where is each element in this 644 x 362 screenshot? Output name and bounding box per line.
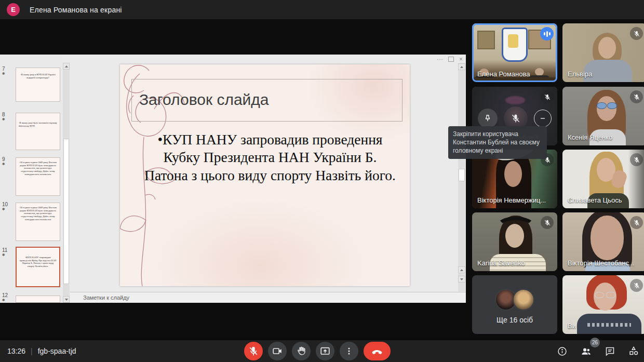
face — [598, 37, 616, 59]
thumbnail-scroll-thumb[interactable] — [63, 139, 69, 284]
activities-button[interactable] — [627, 345, 640, 357]
mic-toggle-button[interactable] — [244, 342, 263, 360]
thumb-number: 12 ✱ — [2, 292, 14, 302]
more-participants-label: Ще 16 осіб — [472, 316, 557, 324]
emblem — [502, 28, 528, 62]
animation-star-icon: ✱ — [2, 117, 14, 122]
previous-slide-icon[interactable] — [458, 266, 465, 273]
glasses — [606, 292, 615, 298]
slide-scroll-thumb[interactable] — [459, 169, 465, 181]
animation-star-icon: ✱ — [2, 298, 14, 302]
participant-tile-karina-savenko[interactable]: Karina Savenko — [472, 212, 557, 271]
face — [505, 224, 524, 248]
animation-star-icon: ✱ — [2, 207, 14, 211]
thumb-number: 9 ✱ — [2, 156, 14, 166]
participant-tile-viktoria-shestobans[interactable]: Вікторія Шестобанс... — [562, 212, 644, 271]
slide-thumbnail-panel: 7 ✱ -В якому році в КУП НАН Україні відк… — [0, 55, 62, 303]
meeting-details-button[interactable] — [556, 345, 568, 357]
audio-activity-icon — [540, 27, 554, 41]
slide-thumbnail-8[interactable]: -В якому році було засновано наукову біб… — [16, 113, 60, 150]
participant-tile-yelyzaveta-tsos[interactable]: Єлизавета Цьось — [562, 150, 644, 208]
slide-scroll-up-icon[interactable] — [458, 63, 465, 70]
more-options-button[interactable] — [340, 342, 358, 360]
mic-off-icon — [541, 216, 554, 229]
participant-name: Karina Savenko — [477, 259, 525, 267]
presenting-banner-text: Елена Романова на екрані — [30, 6, 122, 14]
window-restore-icon[interactable] — [448, 57, 454, 62]
participant-name: Ельвіра — [568, 70, 592, 78]
mic-off-icon — [630, 216, 643, 229]
presenter-avatar: E — [7, 3, 20, 16]
meet-app-window: E Елена Романова на екрані ··· × 7 ✱ -В … — [0, 0, 644, 362]
slide-thumbnail-7[interactable]: -В якому році в КУП НАН Україні відкрито… — [16, 68, 60, 102]
glasses — [597, 102, 607, 109]
person — [535, 68, 544, 76]
participant-tile-elena-romanova[interactable]: Елена Романова — [472, 23, 557, 82]
thumb-number: 7 ✱ — [2, 66, 14, 76]
remove-participant-button[interactable] — [534, 110, 552, 127]
slide-thumbnail-12[interactable] — [16, 296, 60, 303]
participant-name: Ви — [568, 322, 576, 330]
participant-tile-kseniya-yatsenko[interactable]: Ксенія Яценко — [562, 87, 644, 145]
face — [504, 161, 522, 187]
thumb-number: 11 ✱ — [2, 247, 14, 257]
separator: | — [31, 347, 33, 355]
present-screen-button[interactable] — [316, 342, 334, 360]
participant-name: Вікторія Шестобанс... — [568, 259, 635, 267]
window-more-icon[interactable]: ··· — [437, 56, 443, 63]
slide-title-placeholder: Заголовок слайда — [131, 79, 403, 122]
self-view-tile[interactable]: Ви — [562, 275, 644, 334]
next-slide-icon[interactable] — [458, 276, 465, 283]
glasses — [595, 292, 604, 298]
clock: 13:26 — [7, 347, 25, 355]
thumb-number: 10 ✱ — [2, 202, 14, 211]
slide-thumbnail-9[interactable]: -30 червня червня 2009 року Вченою радою… — [16, 157, 60, 196]
raise-hand-button[interactable] — [292, 342, 311, 360]
slide-notes-pane[interactable]: Заметки к слайду — [70, 292, 466, 303]
animation-star-icon: ✱ — [2, 253, 14, 257]
slide-body-text: •КУП НАНУ запровадив проведення Кубку Пр… — [143, 131, 397, 184]
meet-bottom-bar: 13:26 | fgb-spaa-tjd — [0, 340, 644, 362]
face — [591, 216, 624, 260]
participant-name: Єлизавета Цьось — [568, 196, 622, 204]
participant-avatar — [513, 289, 534, 311]
mic-off-icon — [541, 90, 554, 103]
animation-star-icon: ✱ — [2, 162, 14, 166]
shirt-print — [587, 323, 631, 327]
participant-name: Елена Романова — [477, 70, 530, 78]
mic-off-icon — [630, 153, 643, 166]
slide-thumbnail-10[interactable]: -30 червня червня 2009 року Вченою радою… — [16, 203, 60, 241]
participant-count-badge: 26 — [590, 338, 600, 347]
chat-panel-button[interactable] — [603, 345, 616, 357]
slide-title: Заголовок слайда — [132, 79, 402, 109]
pin-tooltip: Закріпити користувача Константин Бублей … — [448, 126, 547, 159]
slide-thumbnail-11-selected[interactable]: •КУП НАНУ запровадив проведення Кубку Пр… — [16, 247, 60, 287]
mic-off-icon — [630, 279, 643, 292]
shared-presentation-window: ··· × 7 ✱ -В якому році в КУП НАН Україн… — [0, 55, 466, 303]
window-close-icon[interactable]: × — [459, 56, 463, 63]
more-participants-tile[interactable]: Ще 16 осіб — [472, 275, 557, 334]
table — [472, 77, 557, 82]
pin-participant-button[interactable] — [478, 109, 498, 128]
thumb-number: 8 ✱ — [2, 112, 14, 122]
participant-tile-elvira[interactable]: Ельвіра — [562, 23, 644, 82]
participants-panel-button[interactable] — [580, 345, 592, 357]
thumbnail-scroll-down-icon[interactable] — [63, 296, 70, 303]
animation-star-icon: ✱ — [2, 72, 14, 76]
meeting-code: fgb-spaa-tjd — [38, 347, 76, 355]
thumbnail-scroll-up-icon[interactable] — [63, 63, 70, 70]
camera-toggle-button[interactable] — [268, 342, 287, 360]
leave-call-button[interactable] — [364, 342, 391, 360]
wall-picture — [477, 31, 495, 49]
mic-off-icon — [630, 90, 643, 103]
participant-name: Вікторія Невмержиц... — [477, 196, 546, 204]
mic-off-icon — [630, 27, 643, 40]
glasses — [607, 102, 617, 109]
presenting-banner: E Елена Романова на екрані — [0, 0, 644, 19]
slide-canvas: Заголовок слайда •КУП НАНУ запровадив пр… — [120, 64, 410, 286]
participant-name: Ксенія Яценко — [568, 133, 612, 141]
